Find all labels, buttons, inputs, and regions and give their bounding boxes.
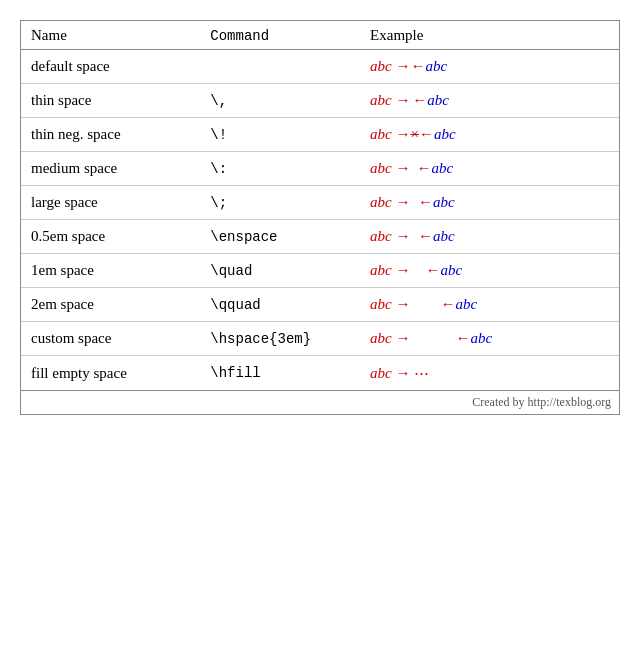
row-example: abc →←abc <box>360 50 619 84</box>
table-row: large space\;abc → ←abc <box>21 186 619 220</box>
row-example: abc → ←abc <box>360 254 619 288</box>
row-command: \; <box>200 186 360 220</box>
row-name: default space <box>21 50 200 84</box>
table-row: default spaceabc →←abc <box>21 50 619 84</box>
row-name: thin space <box>21 84 200 118</box>
row-command: \hspace{3em} <box>200 322 360 356</box>
row-example: abc → ←abc <box>360 186 619 220</box>
row-name: thin neg. space <box>21 118 200 152</box>
row-command: \: <box>200 152 360 186</box>
row-name: 2em space <box>21 288 200 322</box>
footer-credit: Created by http://texblog.org <box>21 391 619 415</box>
footer-row: Created by http://texblog.org <box>21 391 619 415</box>
row-command: \qquad <box>200 288 360 322</box>
row-example: abc → ←abc <box>360 220 619 254</box>
table-row: custom space\hspace{3em}abc → ←abc <box>21 322 619 356</box>
row-name: fill empty space <box>21 356 200 391</box>
row-example: abc → ←abc <box>360 322 619 356</box>
row-name: custom space <box>21 322 200 356</box>
header-example: Example <box>360 21 619 50</box>
row-example: abc →×←abc <box>360 118 619 152</box>
row-command <box>200 50 360 84</box>
table-row: medium space\:abc → ←abc <box>21 152 619 186</box>
header-row: Name Command Example <box>21 21 619 50</box>
table-row: 0.5em space\enspaceabc → ←abc <box>21 220 619 254</box>
spacing-table: Name Command Example default spaceabc →←… <box>21 21 619 414</box>
table-row: 2em space\qquadabc → ←abc <box>21 288 619 322</box>
row-name: large space <box>21 186 200 220</box>
row-example: abc → ⋯ <box>360 356 619 391</box>
table-row: fill empty space\hfillabc → ⋯ <box>21 356 619 391</box>
header-command: Command <box>200 21 360 50</box>
row-command: \quad <box>200 254 360 288</box>
row-example: abc → ←abc <box>360 288 619 322</box>
row-name: 0.5em space <box>21 220 200 254</box>
row-example: abc → ←abc <box>360 152 619 186</box>
row-name: 1em space <box>21 254 200 288</box>
row-name: medium space <box>21 152 200 186</box>
header-name: Name <box>21 21 200 50</box>
row-command: \, <box>200 84 360 118</box>
main-table-wrapper: Name Command Example default spaceabc →←… <box>20 20 620 415</box>
row-command: \! <box>200 118 360 152</box>
table-row: thin neg. space\!abc →×←abc <box>21 118 619 152</box>
row-example: abc → ←abc <box>360 84 619 118</box>
table-row: 1em space\quadabc → ←abc <box>21 254 619 288</box>
row-command: \hfill <box>200 356 360 391</box>
table-row: thin space\,abc → ←abc <box>21 84 619 118</box>
row-command: \enspace <box>200 220 360 254</box>
